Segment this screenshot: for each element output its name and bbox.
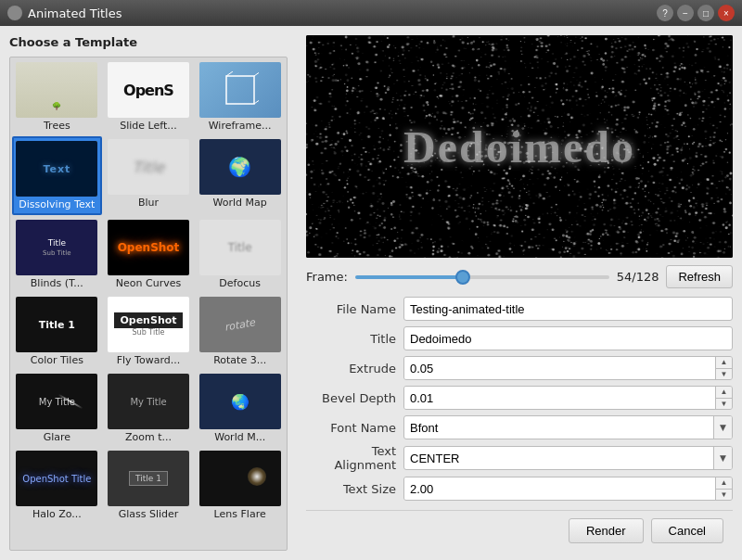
textsize-up-button[interactable]: ▲ (716, 477, 732, 490)
textsize-spin-buttons: ▲ ▼ (715, 477, 732, 500)
refresh-button[interactable]: Refresh (666, 265, 733, 288)
template-item-trees[interactable]: 🌳Trees (12, 59, 102, 134)
fontname-label: Font Name (306, 421, 403, 435)
extrude-up-button[interactable]: ▲ (716, 357, 732, 369)
template-thumb-rotate: rotate (199, 297, 281, 352)
minimize-button[interactable]: − (677, 5, 694, 21)
render-button[interactable]: Render (569, 518, 644, 543)
template-label-trees: Trees (16, 120, 97, 132)
template-thumb-blur: Title (108, 139, 189, 195)
template-item-neon[interactable]: OpenShotNeon Curves (104, 217, 194, 292)
extrude-spin[interactable]: ▲ ▼ (403, 356, 733, 380)
right-panel: Dedoimedo Frame: 54/128 Refresh File Nam… (297, 26, 742, 560)
fontname-select[interactable]: Bfont (404, 416, 713, 439)
form-row-title: Title (306, 325, 733, 351)
bevel-up-button[interactable]: ▲ (716, 387, 732, 399)
title-label: Title (306, 332, 403, 346)
template-item-glassslider[interactable]: Title 1Glass Slider (104, 448, 194, 523)
template-thumb-dissolving: Text (16, 141, 97, 197)
template-item-flytoward[interactable]: OpenShotSub TitleFly Toward... (104, 294, 194, 369)
template-item-halozo[interactable]: OpenShot TitleHalo Zo... (12, 448, 102, 523)
close-button[interactable]: × (718, 5, 735, 21)
template-item-slideleft[interactable]: OpenSSlide Left... (104, 59, 194, 134)
titlebar-controls[interactable]: ? − □ × (657, 5, 735, 21)
alignment-select[interactable]: LEFT CENTER RIGHT (404, 447, 713, 469)
fontname-select-wrapper[interactable]: Bfont ▼ (403, 415, 733, 439)
template-thumb-slideleft: OpenS (108, 62, 189, 118)
preview-text: Dedoimedo (403, 121, 635, 172)
template-item-wireframe[interactable]: Wireframe... (195, 59, 285, 134)
window-title: Animated Titles (28, 6, 122, 20)
template-item-colortiles[interactable]: Title 1Color Tiles (12, 294, 102, 369)
filename-input[interactable] (403, 297, 733, 321)
bevel-spin[interactable]: ▲ ▼ (403, 386, 733, 410)
template-label-flytoward: Fly Toward... (108, 354, 189, 366)
template-item-worldmap[interactable]: 🌍World Map (195, 136, 285, 215)
bevel-label: Bevel Depth (306, 391, 403, 405)
template-thumb-glassslider: Title 1 (108, 451, 189, 506)
maximize-button[interactable]: □ (697, 5, 714, 21)
textsize-spin[interactable]: ▲ ▼ (403, 477, 733, 501)
extrude-input[interactable] (404, 357, 715, 379)
template-label-lensflare: Lens Flare (199, 508, 281, 520)
template-label-wireframe: Wireframe... (199, 120, 281, 132)
fontname-chevron-icon: ▼ (713, 416, 732, 439)
cancel-button[interactable]: Cancel (651, 518, 723, 543)
frame-controls: Frame: 54/128 Refresh (306, 265, 733, 288)
titlebar: Animated Titles ? − □ × (0, 0, 742, 26)
bottom-bar: Render Cancel (306, 510, 733, 551)
template-thumb-worldmap: 🌍 (199, 139, 281, 195)
template-thumb-colortiles: Title 1 (16, 297, 97, 352)
title-input[interactable] (403, 326, 733, 350)
template-label-rotate: Rotate 3... (199, 354, 281, 366)
form-row-textsize: Text Size ▲ ▼ (306, 476, 733, 502)
textsize-input[interactable] (404, 477, 715, 500)
template-thumb-defocus: Title (199, 220, 281, 275)
template-label-blinds: Blinds (T... (16, 277, 97, 289)
bevel-input[interactable] (404, 387, 715, 409)
form-row-extrude: Extrude ▲ ▼ (306, 355, 733, 381)
form-row-bevel: Bevel Depth ▲ ▼ (306, 385, 733, 411)
frame-slider[interactable] (355, 275, 609, 279)
textsize-label: Text Size (306, 482, 403, 496)
bevel-spin-buttons: ▲ ▼ (715, 387, 732, 409)
form-row-alignment: Text Alignment LEFT CENTER RIGHT ▼ (306, 444, 733, 472)
template-item-glare[interactable]: My TitleGlare (12, 371, 102, 446)
template-label-blur: Blur (108, 197, 189, 209)
help-button[interactable]: ? (657, 5, 673, 21)
template-item-zoomt[interactable]: My TitleZoom t... (104, 371, 194, 446)
template-thumb-halozo: OpenShot Title (16, 451, 97, 506)
template-label-colortiles: Color Tiles (16, 354, 97, 366)
alignment-select-wrapper[interactable]: LEFT CENTER RIGHT ▼ (403, 446, 733, 470)
template-grid: 🌳TreesOpenSSlide Left...Wireframe...Text… (10, 57, 287, 525)
textsize-down-button[interactable]: ▼ (716, 490, 732, 501)
template-thumb-lensflare (199, 451, 281, 506)
alignment-label: Text Alignment (306, 444, 403, 472)
form-row-fontname: Font Name Bfont ▼ (306, 414, 733, 440)
template-label-zoomt: Zoom t... (108, 431, 189, 443)
template-item-worldm[interactable]: 🌏World M... (195, 371, 285, 446)
panel-title: Choose a Template (9, 35, 288, 49)
template-thumb-trees: 🌳 (16, 62, 97, 118)
template-thumb-flytoward: OpenShotSub Title (108, 297, 189, 352)
template-item-blinds[interactable]: TitleSub TitleBlinds (T... (12, 217, 102, 292)
template-thumb-blinds: TitleSub Title (16, 220, 97, 275)
template-item-dissolving[interactable]: TextDissolving Text (12, 136, 102, 215)
left-panel: Choose a Template 🌳TreesOpenSSlide Left.… (0, 26, 297, 560)
form-section: File Name Title Extrude ▲ ▼ Bevel Dept (306, 296, 733, 503)
template-item-lensflare[interactable]: Lens Flare (195, 448, 285, 523)
template-label-defocus: Defocus (199, 277, 281, 289)
app-icon (7, 6, 22, 20)
template-item-blur[interactable]: TitleBlur (104, 136, 194, 215)
template-label-dissolving: Dissolving Text (16, 198, 97, 210)
extrude-down-button[interactable]: ▼ (716, 369, 732, 380)
template-label-worldmap: World Map (199, 197, 281, 209)
bevel-down-button[interactable]: ▼ (716, 399, 732, 410)
template-label-neon: Neon Curves (108, 277, 189, 289)
template-grid-wrapper[interactable]: 🌳TreesOpenSSlide Left...Wireframe...Text… (9, 57, 288, 551)
template-item-rotate[interactable]: rotateRotate 3... (195, 294, 285, 369)
extrude-label: Extrude (306, 362, 403, 375)
template-thumb-glare: My Title (16, 374, 97, 429)
template-item-defocus[interactable]: TitleDefocus (195, 217, 285, 292)
template-label-slideleft: Slide Left... (108, 120, 189, 132)
